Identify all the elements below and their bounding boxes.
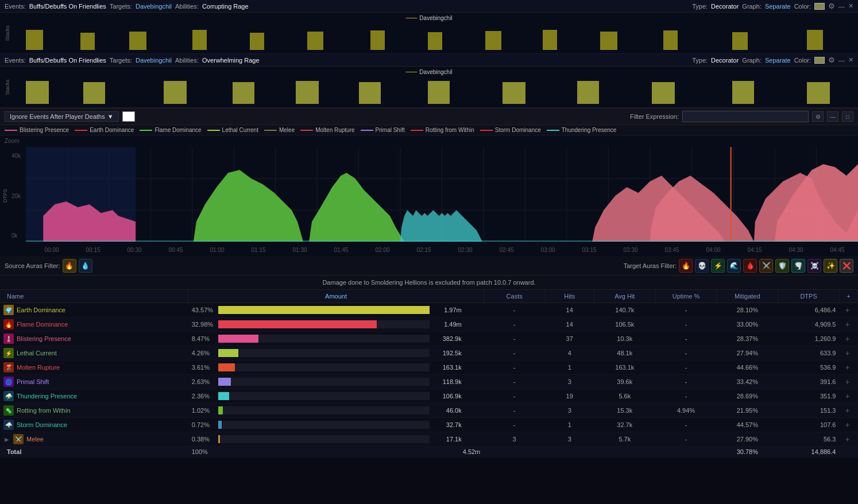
minus-icon-1[interactable]: —	[838, 3, 845, 10]
table-row[interactable]: 🌡️ Blistering Presence 8.47% 382.9k - 37…	[0, 332, 858, 346]
row-plus-7[interactable]: +	[839, 404, 857, 418]
plus-btn-7[interactable]: +	[842, 406, 852, 415]
target-aura-icon-7[interactable]: 🛡️	[775, 259, 789, 273]
target-aura-icon-3[interactable]: ⚡	[711, 259, 725, 273]
legend-color-storm	[480, 130, 493, 131]
svg-rect-0	[26, 30, 43, 50]
col-header-avghit[interactable]: Avg Hit	[594, 290, 655, 303]
close-icon-2[interactable]: ✕	[848, 56, 853, 64]
pct-1: 32.98%	[192, 321, 215, 328]
col-header-amount[interactable]: Amount	[188, 290, 484, 303]
table-row[interactable]: 🦠 Rotting from Within 1.02% 46.0k - 3 15…	[0, 404, 858, 418]
plus-btn-5[interactable]: +	[842, 377, 852, 386]
target-aura-icon-1[interactable]: 🔥	[679, 259, 693, 273]
ability-icon-3: ⚡	[3, 348, 14, 358]
col-header-mitigated[interactable]: Mitigated	[717, 290, 778, 303]
targets-label-1: Targets:	[110, 3, 132, 10]
col-header-casts[interactable]: Casts	[484, 290, 545, 303]
row-amount-cell: 3.61% 163.1k	[188, 360, 484, 375]
target-aura-icon-8[interactable]: 🌪️	[791, 259, 805, 273]
total-amount-cell: 100% 4.52m	[188, 447, 484, 458]
table-row[interactable]: 🌀 Primal Shift 2.63% 118.9k - 3 39.6k - …	[0, 375, 858, 389]
ignore-events-dropdown[interactable]: Ignore Events After Player Deaths ▼	[5, 111, 119, 122]
target-aura-icon-9[interactable]: ☠️	[807, 259, 821, 273]
table-row[interactable]: ⛈️ Thundering Presence 2.36% 106.9k - 19…	[0, 389, 858, 404]
target-aura-icon-6[interactable]: ⚔️	[759, 259, 773, 273]
target-aura-icon-10[interactable]: ✨	[824, 259, 837, 273]
plus-btn-4[interactable]: +	[842, 363, 852, 372]
row-hits-8: 1	[545, 418, 594, 432]
row-plus-3[interactable]: +	[839, 346, 857, 360]
row-name-cell: ▶ ⚔️ Melee	[0, 432, 188, 447]
plus-btn-8[interactable]: +	[842, 420, 852, 429]
row-dtps-8: 107.6	[778, 418, 840, 432]
target-aura-icon-2[interactable]: 💀	[695, 259, 709, 273]
plus-btn-1[interactable]: +	[842, 320, 852, 329]
targets-value-1: Davebingchil	[136, 3, 172, 10]
table-row[interactable]: 🔥 Flame Dominance 32.98% 1.49m - 14 106.…	[0, 317, 858, 332]
source-aura-icon-2[interactable]: 💧	[79, 259, 92, 273]
close-icon-1[interactable]: ✕	[848, 2, 853, 10]
data-table: Name Amount Casts Hits Avg Hit Uptime % …	[0, 290, 858, 458]
filter-expression-input[interactable]	[682, 111, 809, 122]
total-mitigated: 30.78%	[717, 447, 778, 458]
pct-2: 8.47%	[192, 335, 215, 342]
ignore-events-checkbox[interactable]	[122, 111, 135, 122]
row-dtps-3: 633.9	[778, 346, 840, 360]
row-plus-8[interactable]: +	[839, 418, 857, 432]
svg-rect-14	[26, 81, 49, 104]
minus-icon-2[interactable]: —	[838, 57, 845, 64]
target-aura-icon-5[interactable]: 🩸	[743, 259, 757, 273]
legend-color-lethal	[207, 130, 220, 131]
row-plus-2[interactable]: +	[839, 332, 857, 346]
target-aura-icon-4[interactable]: 🌊	[727, 259, 741, 273]
row-name-cell: 🔥 Flame Dominance	[0, 317, 188, 332]
svg-rect-11	[663, 30, 678, 50]
row-uptime-2: -	[655, 332, 717, 346]
plus-btn-9[interactable]: +	[842, 435, 852, 444]
time-tick-0300: 03:00	[540, 247, 555, 253]
plus-btn-0[interactable]: +	[842, 305, 852, 315]
table-row[interactable]: 🌩️ Storm Dominance 0.72% 32.7k - 1 32.7k…	[0, 418, 858, 432]
settings-icon-2[interactable]: ⚙	[828, 56, 835, 64]
filter-settings-icon[interactable]: ⚙	[812, 111, 824, 122]
svg-rect-19	[359, 82, 381, 104]
table-wrapper[interactable]: Name Amount Casts Hits Avg Hit Uptime % …	[0, 290, 858, 458]
svg-rect-8	[485, 31, 501, 50]
row-plus-5[interactable]: +	[839, 375, 857, 389]
table-row[interactable]: 🌍 Earth Dominance 43.57% 1.97m - 14 140.…	[0, 303, 858, 317]
filter-maximize-icon[interactable]: □	[842, 111, 853, 122]
row-plus-0[interactable]: +	[839, 303, 857, 317]
row-mitigated-0: 28.10%	[717, 303, 778, 317]
col-header-name[interactable]: Name	[0, 290, 188, 303]
filter-minimize-icon[interactable]: —	[827, 111, 838, 122]
col-header-dtps[interactable]: DTPS	[778, 290, 840, 303]
table-row[interactable]: 🌋 Molten Rupture 3.61% 163.1k - 1 163.1k…	[0, 360, 858, 375]
settings-icon-1[interactable]: ⚙	[828, 2, 835, 10]
row-plus-4[interactable]: +	[839, 360, 857, 375]
time-tick-0030: 00:30	[127, 247, 141, 253]
plus-btn-6[interactable]: +	[842, 391, 852, 401]
row-plus-6[interactable]: +	[839, 389, 857, 404]
expand-arrow-9[interactable]: ▶	[3, 436, 10, 443]
row-casts-4: -	[484, 360, 545, 375]
col-header-uptime[interactable]: Uptime %	[655, 290, 717, 303]
col-header-hits[interactable]: Hits	[545, 290, 594, 303]
amount-bar-bg-8	[218, 421, 430, 429]
source-aura-icon-1[interactable]: 🔥	[63, 259, 76, 273]
mini-svg-2	[0, 67, 858, 107]
row-plus-9[interactable]: +	[839, 432, 857, 447]
table-row[interactable]: ⚡ Lethal Current 4.26% 192.5k - 4 48.1k …	[0, 346, 858, 360]
row-amount-cell: 43.57% 1.97m	[188, 303, 484, 317]
plus-btn-2[interactable]: +	[842, 334, 852, 343]
plus-btn-3[interactable]: +	[842, 348, 852, 358]
time-tick-0430: 04:30	[789, 247, 803, 253]
row-plus-1[interactable]: +	[839, 317, 857, 332]
target-aura-icon-11[interactable]: ❌	[840, 259, 853, 273]
row-casts-3: -	[484, 346, 545, 360]
svg-rect-20	[428, 81, 450, 104]
svg-rect-10	[600, 32, 617, 50]
table-row[interactable]: ▶ ⚔️ Melee 0.38% 17.1k 3 3 5.7k - 27.90%…	[0, 432, 858, 447]
amount-bar-bg-1	[218, 320, 430, 328]
amount-bar-fill-3	[218, 349, 238, 357]
